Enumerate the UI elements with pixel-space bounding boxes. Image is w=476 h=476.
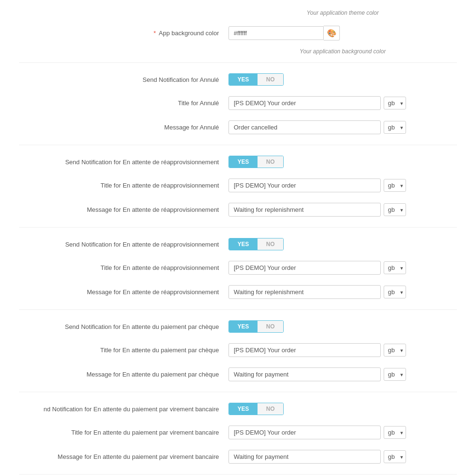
- message-label-reapprovisionnement1: Message for En attente de réapprovisionn…: [19, 206, 228, 213]
- message-lang-select-reapprovisionnement1[interactable]: gb fr es de: [384, 203, 406, 216]
- send-label-cheque: Send Notification for En attente du paie…: [19, 323, 228, 330]
- message-lang-select-virement[interactable]: gb fr es de: [384, 450, 406, 463]
- title-lang-select-reapprovisionnement2[interactable]: gb fr es de: [384, 261, 406, 274]
- required-star: *: [154, 30, 156, 37]
- title-lang-select-cheque[interactable]: gb fr es de: [384, 344, 406, 357]
- title-label-virement: Title for En attente du paiement par vir…: [19, 429, 228, 436]
- toggle-no-reapprovisionnement1[interactable]: NO: [258, 156, 283, 168]
- theme-color-subtitle: Your application theme color: [228, 10, 457, 16]
- message-label-reapprovisionnement2: Message for En attente de réapprovisionn…: [19, 288, 228, 296]
- title-lang-wrap-reapprovisionnement1: gb fr es de: [384, 179, 406, 192]
- toggle-no-cheque[interactable]: NO: [258, 321, 283, 332]
- message-control-cheque: gb fr es de: [228, 367, 457, 381]
- title-label-cheque: Title for En attente du paiement par chè…: [19, 347, 228, 354]
- toggle-no-virement[interactable]: NO: [258, 403, 283, 415]
- send-notification-row-reapprovisionnement1: Send Notification for En attente de réap…: [19, 153, 457, 171]
- bg-color-label: * App background color: [19, 30, 228, 37]
- title-row-cheque: Title for En attente du paiement par chè…: [19, 340, 457, 360]
- title-input-cheque[interactable]: [228, 343, 381, 357]
- toggle-annule: YES NO: [228, 73, 284, 86]
- title-lang-wrap-annule: gb fr es de: [384, 97, 406, 109]
- send-label-reapprovisionnement1: Send Notification for En attente de réap…: [19, 159, 228, 166]
- title-lang-select-annule[interactable]: gb fr es de: [384, 97, 406, 109]
- toggle-yes-annule[interactable]: YES: [229, 74, 258, 85]
- message-input-reapprovisionnement1[interactable]: [228, 203, 381, 217]
- divider-reapprovisionnement2: [19, 309, 457, 310]
- toggle-no-annule[interactable]: NO: [258, 74, 283, 85]
- title-lang-select-virement[interactable]: gb fr es de: [384, 426, 406, 439]
- bg-color-input[interactable]: [228, 26, 324, 40]
- page-wrapper: Your application theme color * App backg…: [0, 0, 476, 476]
- title-row-reapprovisionnement2: Title for En attente de réapprovisionnem…: [19, 258, 457, 278]
- title-control-cheque: gb fr es de: [228, 343, 457, 357]
- message-row-virement: Message for En attente du paiement par v…: [19, 447, 457, 466]
- send-notification-row-annule: Send Notification for Annulé YES NO: [19, 70, 457, 89]
- send-notification-row-reapprovisionnement2: Send Notification for En attente de réap…: [19, 235, 457, 253]
- toggle-wrap-virement: YES NO: [228, 403, 457, 415]
- message-lang-wrap-virement: gb fr es de: [384, 450, 406, 463]
- divider-reapprovisionnement1: [19, 227, 457, 228]
- toggle-reapprovisionnement1: YES NO: [228, 156, 284, 168]
- send-label-annule: Send Notification for Annulé: [19, 76, 228, 83]
- message-row-cheque: Message for En attente du paiement par c…: [19, 365, 457, 384]
- message-row-annule: Message for Annulé gb fr es de: [19, 118, 457, 137]
- title-label-reapprovisionnement2: Title for En attente de réapprovisionnem…: [19, 264, 228, 271]
- message-lang-select-annule[interactable]: gb fr es de: [384, 121, 406, 134]
- message-label-cheque: Message for En attente du paiement par c…: [19, 371, 228, 378]
- message-lang-select-reapprovisionnement2[interactable]: gb fr es de: [384, 286, 406, 298]
- title-lang-select-reapprovisionnement1[interactable]: gb fr es de: [384, 179, 406, 192]
- toggle-wrap-reapprovisionnement2: YES NO: [228, 238, 457, 250]
- divider-annule: [19, 145, 457, 145]
- title-control-virement: gb fr es de: [228, 426, 457, 439]
- send-label-virement: nd Notification for En attente du paieme…: [19, 406, 228, 413]
- message-input-virement[interactable]: [228, 450, 381, 464]
- message-input-cheque[interactable]: [228, 367, 381, 381]
- title-input-reapprovisionnement1[interactable]: [228, 178, 381, 192]
- message-lang-wrap-reapprovisionnement1: gb fr es de: [384, 203, 406, 216]
- message-label-annule: Message for Annulé: [19, 124, 228, 131]
- message-lang-wrap-cheque: gb fr es de: [384, 368, 406, 381]
- bg-color-row: * App background color 🎨: [19, 23, 457, 43]
- message-lang-select-cheque[interactable]: gb fr es de: [384, 368, 406, 381]
- divider-cheque: [19, 392, 457, 392]
- toggle-wrap-reapprovisionnement1: YES NO: [228, 156, 457, 168]
- title-input-reapprovisionnement2[interactable]: [228, 261, 381, 275]
- title-control-reapprovisionnement2: gb fr es de: [228, 261, 457, 275]
- title-lang-wrap-virement: gb fr es de: [384, 426, 406, 439]
- color-picker-button[interactable]: 🎨: [324, 26, 340, 40]
- toggle-wrap-annule: YES NO: [228, 73, 457, 86]
- toggle-no-reapprovisionnement2[interactable]: NO: [258, 238, 283, 250]
- title-control-annule: gb fr es de: [228, 96, 457, 110]
- toggle-yes-reapprovisionnement1[interactable]: YES: [229, 156, 258, 168]
- title-input-virement[interactable]: [228, 426, 381, 439]
- bg-color-control: 🎨: [228, 26, 457, 40]
- message-control-virement: gb fr es de: [228, 450, 457, 464]
- title-label-annule: Title for Annulé: [19, 99, 228, 107]
- message-row-reapprovisionnement2: Message for En attente de réapprovisionn…: [19, 282, 457, 302]
- message-lang-wrap-annule: gb fr es de: [384, 121, 406, 134]
- message-input-reapprovisionnement2[interactable]: [228, 285, 381, 299]
- title-label-reapprovisionnement1: Title for En attente de réapprovisionnem…: [19, 182, 228, 189]
- title-row-reapprovisionnement1: Title for En attente de réapprovisionnem…: [19, 176, 457, 195]
- toggle-yes-cheque[interactable]: YES: [229, 321, 258, 332]
- message-lang-wrap-reapprovisionnement2: gb fr es de: [384, 286, 406, 298]
- title-row-annule: Title for Annulé gb fr es de: [19, 93, 457, 113]
- message-control-reapprovisionnement1: gb fr es de: [228, 203, 457, 217]
- toggle-yes-virement[interactable]: YES: [229, 403, 258, 415]
- send-notification-row-virement: nd Notification for En attente du paieme…: [19, 400, 457, 418]
- message-label-virement: Message for En attente du paiement par v…: [19, 453, 228, 460]
- toggle-cheque: YES NO: [228, 320, 284, 333]
- title-row-virement: Title for En attente du paiement par vir…: [19, 423, 457, 442]
- divider-top: [19, 62, 457, 63]
- toggle-reapprovisionnement2: YES NO: [228, 238, 284, 250]
- message-control-reapprovisionnement2: gb fr es de: [228, 285, 457, 299]
- toggle-yes-reapprovisionnement2[interactable]: YES: [229, 238, 258, 250]
- title-input-annule[interactable]: [228, 96, 381, 110]
- message-input-annule[interactable]: [228, 120, 381, 134]
- toggle-wrap-cheque: YES NO: [228, 320, 457, 333]
- title-lang-wrap-cheque: gb fr es de: [384, 344, 406, 357]
- sections-container: Send Notification for Annulé YES NO Titl…: [19, 70, 457, 476]
- toggle-virement: YES NO: [228, 403, 284, 415]
- message-control-annule: gb fr es de: [228, 120, 457, 134]
- title-lang-wrap-reapprovisionnement2: gb fr es de: [384, 261, 406, 274]
